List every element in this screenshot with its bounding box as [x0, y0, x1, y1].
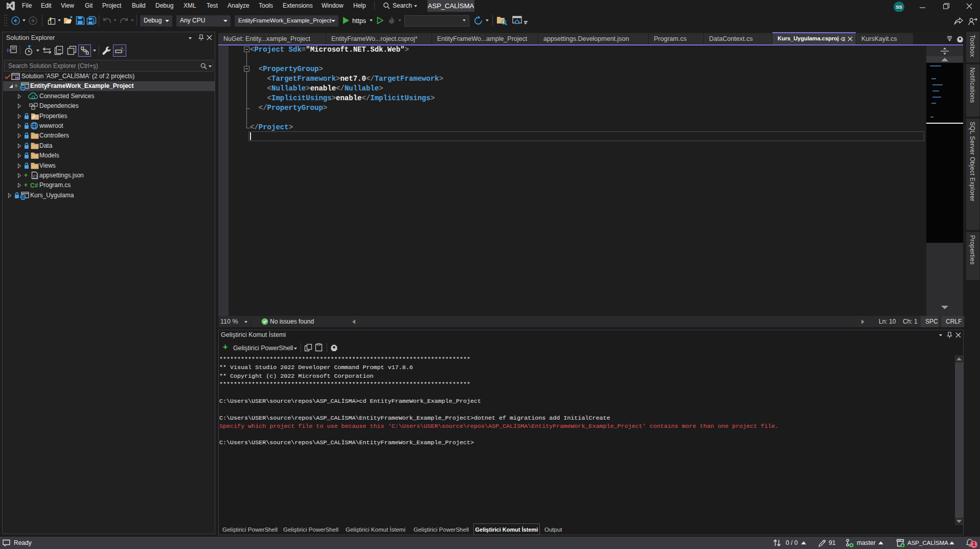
svg-text:{}: {}	[33, 174, 38, 178]
